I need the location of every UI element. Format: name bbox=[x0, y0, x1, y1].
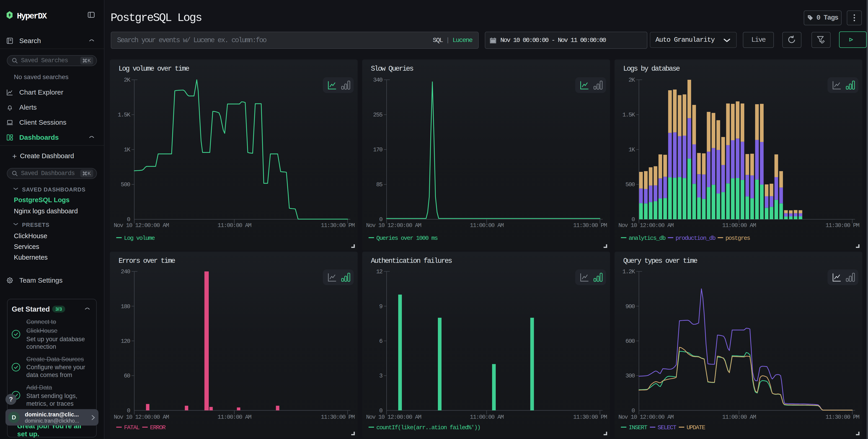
svg-text:500: 500 bbox=[625, 181, 635, 188]
svg-text:Slow Queries: Slow Queries bbox=[371, 65, 413, 73]
svg-text:2K: 2K bbox=[628, 76, 635, 84]
svg-text:Log volume over time: Log volume over time bbox=[119, 65, 189, 73]
svg-text:postgres: postgres bbox=[725, 235, 750, 242]
svg-text:255: 255 bbox=[373, 112, 382, 118]
svg-text:Nov 10 12:00:00 AM: Nov 10 12:00:00 AM bbox=[618, 222, 674, 229]
svg-text:60: 60 bbox=[124, 372, 130, 379]
svg-text:UPDATE: UPDATE bbox=[687, 424, 705, 431]
svg-text:Nov 10 12:00:00 AM: Nov 10 12:00:00 AM bbox=[366, 222, 421, 229]
svg-text:11:00:00 AM: 11:00:00 AM bbox=[722, 414, 756, 420]
svg-text:2K: 2K bbox=[124, 76, 130, 84]
svg-text:1K: 1K bbox=[628, 146, 635, 153]
svg-text:9: 9 bbox=[379, 303, 382, 310]
svg-text:1K: 1K bbox=[124, 146, 130, 153]
svg-text:11:00:00 AM: 11:00:00 AM bbox=[722, 222, 756, 229]
svg-text:ERROR: ERROR bbox=[150, 424, 166, 431]
svg-text:INSERT: INSERT bbox=[629, 424, 647, 431]
svg-text:85: 85 bbox=[376, 181, 382, 188]
svg-text:11:30:00 PM: 11:30:00 PM bbox=[321, 222, 355, 229]
svg-text:11:30:00 PM: 11:30:00 PM bbox=[826, 414, 859, 420]
svg-text:500: 500 bbox=[121, 181, 130, 188]
svg-text:11:00:00 AM: 11:00:00 AM bbox=[217, 414, 251, 420]
svg-text:340: 340 bbox=[373, 76, 382, 84]
svg-text:Queries over 1000 ms: Queries over 1000 ms bbox=[376, 235, 438, 242]
svg-text:Errors over time: Errors over time bbox=[119, 257, 175, 265]
svg-text:0: 0 bbox=[127, 407, 130, 414]
svg-text:Nov 10 12:00:00 AM: Nov 10 12:00:00 AM bbox=[366, 414, 421, 420]
svg-text:Authentication failures: Authentication failures bbox=[371, 257, 452, 265]
svg-text:11:30:00 PM: 11:30:00 PM bbox=[826, 222, 859, 229]
svg-text:Nov 10 12:00:00 AM: Nov 10 12:00:00 AM bbox=[618, 414, 674, 420]
svg-text:production_db: production_db bbox=[676, 235, 715, 242]
svg-text:1.5K: 1.5K bbox=[118, 112, 130, 118]
svg-text:Nov 10 12:00:00 AM: Nov 10 12:00:00 AM bbox=[114, 414, 169, 420]
svg-text:FATAL: FATAL bbox=[124, 424, 140, 431]
svg-text:600: 600 bbox=[625, 338, 635, 345]
svg-text:Log volume: Log volume bbox=[124, 235, 155, 242]
svg-text:300: 300 bbox=[625, 372, 635, 379]
svg-text:170: 170 bbox=[373, 146, 382, 153]
svg-text:3: 3 bbox=[379, 372, 382, 379]
svg-text:Nov 10 12:00:00 AM: Nov 10 12:00:00 AM bbox=[114, 222, 169, 229]
svg-text:0: 0 bbox=[631, 407, 635, 414]
svg-text:11:30:00 PM: 11:30:00 PM bbox=[573, 222, 607, 229]
svg-text:11:00:00 AM: 11:00:00 AM bbox=[470, 222, 503, 229]
svg-text:analytics_db: analytics_db bbox=[629, 235, 665, 242]
svg-text:6: 6 bbox=[379, 338, 382, 345]
svg-text:1.2K: 1.2K bbox=[622, 268, 635, 275]
svg-text:240: 240 bbox=[121, 268, 130, 275]
svg-text:countIf(like(arr..ation failed: countIf(like(arr..ation failed%')) bbox=[376, 424, 480, 431]
svg-text:SELECT: SELECT bbox=[658, 424, 676, 431]
svg-text:900: 900 bbox=[625, 303, 635, 310]
svg-text:11:30:00 PM: 11:30:00 PM bbox=[321, 414, 355, 420]
svg-text:11:00:00 AM: 11:00:00 AM bbox=[217, 222, 251, 229]
svg-text:180: 180 bbox=[121, 303, 130, 310]
svg-text:12: 12 bbox=[376, 268, 382, 275]
svg-text:0: 0 bbox=[379, 407, 382, 414]
svg-text:11:30:00 PM: 11:30:00 PM bbox=[573, 414, 607, 420]
svg-text:Logs by database: Logs by database bbox=[623, 65, 680, 73]
svg-text:120: 120 bbox=[121, 338, 130, 345]
svg-text:1.5K: 1.5K bbox=[622, 112, 635, 118]
svg-text:11:00:00 AM: 11:00:00 AM bbox=[470, 414, 503, 420]
svg-text:Query types over time: Query types over time bbox=[623, 257, 697, 265]
